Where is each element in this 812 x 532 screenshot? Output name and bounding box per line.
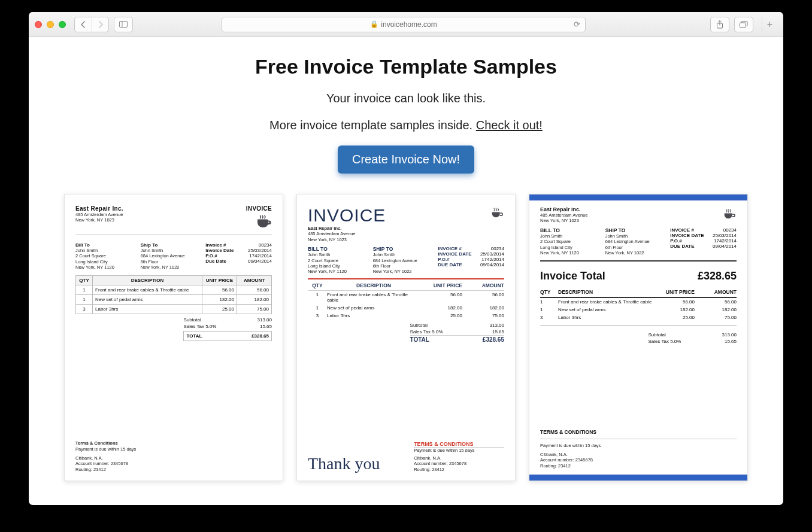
table-row: 3Labor 3hrs25.0075.00 [540, 314, 737, 321]
table-row: 3Labor 3hrs25.0075.00 [308, 312, 504, 320]
share-icon [711, 17, 729, 32]
bill-to-label: Bill To [75, 242, 136, 248]
url-text: invoicehome.com [381, 20, 437, 29]
window-maximize-button[interactable] [59, 21, 66, 28]
invoice-heading: INVOICE [308, 205, 386, 226]
tabs-icon [735, 17, 753, 32]
nav-back-forward [74, 17, 109, 32]
window-controls [35, 21, 66, 28]
coffee-icon [721, 206, 737, 223]
svg-rect-0 [120, 22, 128, 28]
template-card-3[interactable]: East Repair Inc. 485 Amsterdam Avenue Ne… [529, 194, 748, 481]
table-row: 3Labor 3hrs25.0075.00 [76, 304, 272, 314]
new-tab-button[interactable]: + [762, 17, 777, 32]
invoice-total-label: Invoice Total [540, 270, 605, 282]
coffee-icon [489, 205, 504, 222]
tabs-button[interactable] [734, 17, 753, 32]
items-table: QTY DESCRIPTION UNIT PRICE AMOUNT 1Front… [75, 275, 272, 314]
back-button[interactable] [75, 17, 92, 32]
reload-icon[interactable]: ⟳ [574, 20, 580, 29]
coffee-icon [246, 212, 272, 231]
window-close-button[interactable] [35, 21, 42, 28]
check-it-out-link[interactable]: Check it out! [476, 118, 543, 132]
page-content: Free Invoice Template Samples Your invoi… [29, 37, 783, 505]
template-gallery: East Repair Inc. 485 Amsterdam Avenue Ne… [53, 194, 759, 481]
forward-button[interactable] [92, 17, 108, 32]
page-title: Free Invoice Template Samples [53, 55, 759, 78]
thank-you-text: Thank you [308, 455, 380, 472]
svg-rect-4 [740, 23, 746, 28]
company-name: East Repair Inc. [75, 205, 123, 212]
table-row: 1New set of pedal arms182.00182.00 [540, 306, 737, 314]
lock-icon: 🔒 [370, 20, 378, 28]
share-button[interactable] [710, 17, 729, 32]
table-row: 1New set of pedal arms182.00182.00 [308, 304, 504, 312]
titlebar: 🔒 invoicehome.com ⟳ + [29, 12, 783, 37]
template-card-2[interactable]: INVOICE East Repair Inc. 485 Amsterdam A… [296, 194, 516, 481]
create-invoice-button[interactable]: Create Invoice Now! [338, 145, 474, 174]
table-row: 1Front and rear brake cables & Throttle … [308, 291, 504, 304]
table-row: 1New set of pedal arms182.00182.00 [76, 294, 272, 304]
invoice-heading: INVOICE [246, 205, 272, 212]
table-row: 1Front and rear brake cables & Throttle … [540, 298, 737, 306]
ship-to-label: Ship To [141, 242, 201, 248]
table-row: 1Front and rear brake cables & Throttle … [76, 285, 272, 294]
more-prefix: More invoice template samples inside. [269, 118, 476, 132]
more-text: More invoice template samples inside. Ch… [53, 118, 759, 132]
company-addr2: New York, NY 1023 [75, 217, 123, 223]
template-card-1[interactable]: East Repair Inc. 485 Amsterdam Avenue Ne… [64, 194, 283, 481]
window-minimize-button[interactable] [47, 21, 54, 28]
browser-window: 🔒 invoicehome.com ⟳ + Free Invoice Templ… [29, 12, 783, 505]
bottom-accent-bar [529, 475, 747, 481]
company-addr1: 485 Amsterdam Avenue [75, 212, 123, 217]
sidebar-toggle[interactable] [114, 17, 133, 32]
page-subtitle: Your invoice can look like this. [53, 92, 759, 105]
sidebar-icon [114, 17, 132, 32]
invoice-total-value: £328.65 [698, 270, 737, 282]
url-bar[interactable]: 🔒 invoicehome.com ⟳ [222, 17, 586, 32]
top-accent-bar [529, 194, 747, 200]
